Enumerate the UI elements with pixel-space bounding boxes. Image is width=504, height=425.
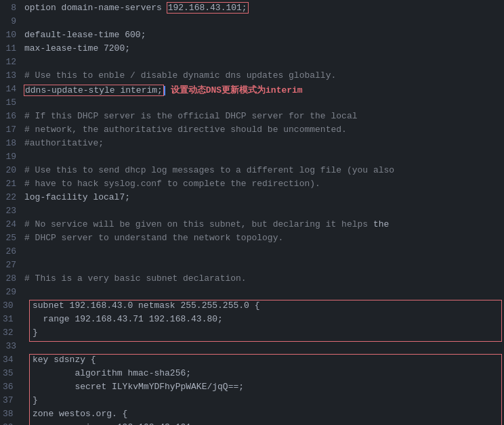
code-line-20: 20 # Use this to send dhcp log messages … xyxy=(0,165,504,179)
line-num-17: 17 xyxy=(0,125,24,135)
code-line-33: 33 xyxy=(0,341,504,355)
code-line-21: 21 # have to hack syslog.conf to complet… xyxy=(0,179,504,192)
line-content-19 xyxy=(24,152,499,162)
code-line-30: 30 subnet 192.168.43.0 netmask 255.255.2… xyxy=(30,300,501,314)
line-num-38: 38 xyxy=(3,409,19,419)
line-content-20: # Use this to send dhcp log messages to … xyxy=(24,165,499,175)
code-line-11: 11 max-lease-time 7200; xyxy=(0,43,504,57)
code-line-16: 16 # If this DHCP server is the official… xyxy=(0,111,504,125)
line-num-27: 27 xyxy=(0,260,24,270)
line-content-29 xyxy=(24,287,499,297)
code-line-32: 32 } xyxy=(30,328,501,341)
line-content-21: # have to hack syslog.conf to complete t… xyxy=(24,179,499,189)
line-content-28: # This is a very basic subnet declaratio… xyxy=(24,273,499,284)
line-content-22: log-facility local7; xyxy=(24,192,499,202)
line-num-13: 13 xyxy=(0,70,24,81)
line-content-10: default-lease-time 600; xyxy=(24,30,499,40)
code-line-18: 18 #authoritative; xyxy=(0,138,504,152)
code-line-13: 13 # Use this to enble / disable dynamic… xyxy=(0,70,504,84)
line-num-21: 21 xyxy=(0,179,24,189)
line-num-32: 32 xyxy=(3,328,19,338)
code-line-8: 8 option domain-name-servers 192.168.43.… xyxy=(0,3,504,16)
code-line-34: 34 key sdsnzy { xyxy=(30,355,501,368)
line-content-11: max-lease-time 7200; xyxy=(24,43,499,53)
line-num-20: 20 xyxy=(0,165,24,175)
line-num-9: 9 xyxy=(0,16,24,26)
code-line-25: 25 # DHCP server to understand the netwo… xyxy=(0,233,504,246)
line-num-16: 16 xyxy=(0,111,24,121)
code-line-19: 19 xyxy=(0,152,504,165)
code-line-36: 36 secret ILYkvMmYDFhyPpWAKE/jqQ==; xyxy=(30,382,501,395)
line-num-26: 26 xyxy=(0,246,24,256)
line-content-31: range 192.168.43.71 192.168.43.80; xyxy=(30,314,496,324)
code-line-39: 39 primary 192.168.43.101; xyxy=(30,422,501,425)
code-line-29: 29 xyxy=(0,287,504,300)
line-num-29: 29 xyxy=(0,287,24,297)
line-content-33 xyxy=(24,341,499,351)
line-num-19: 19 xyxy=(0,152,24,162)
line-num-25: 25 xyxy=(0,233,24,243)
line-num-33: 33 xyxy=(0,341,24,351)
line-content-26 xyxy=(24,246,499,256)
line-num-36: 36 xyxy=(3,382,19,392)
line-content-30: subnet 192.168.43.0 netmask 255.255.255.… xyxy=(30,300,496,311)
key-zone-block: 34 key sdsnzy { 35 algorithm hmac-sha256… xyxy=(30,355,501,425)
code-line-35: 35 algorithm hmac-sha256; xyxy=(30,368,501,382)
line-num-14: 14 xyxy=(0,84,24,94)
line-content-18: #authoritative; xyxy=(24,138,499,148)
line-content-13: # Use this to enble / disable dynamic dn… xyxy=(24,70,499,81)
line-num-22: 22 xyxy=(0,192,24,202)
line-num-30: 30 xyxy=(3,300,19,311)
line-num-18: 18 xyxy=(0,138,24,148)
code-editor: 8 option domain-name-servers 192.168.43.… xyxy=(0,0,504,425)
line-content-32: } xyxy=(30,328,496,338)
line-num-34: 34 xyxy=(3,355,19,365)
line-content-14: ddns-update-style interim; 设置动态DNS更新模式为i… xyxy=(24,84,499,96)
line-content-34: key sdsnzy { xyxy=(30,355,496,365)
line-content-24: # No service will be given on this subne… xyxy=(24,219,499,229)
code-line-31: 31 range 192.168.43.71 192.168.43.80; xyxy=(30,314,501,328)
code-line-17: 17 # network, the authoritative directiv… xyxy=(0,125,504,138)
line-content-37: } xyxy=(30,395,496,405)
line-num-10: 10 xyxy=(0,30,24,40)
code-line-24: 24 # No service will be given on this su… xyxy=(0,219,504,233)
line-content-23 xyxy=(24,206,499,216)
line-num-24: 24 xyxy=(0,219,24,229)
line-num-12: 12 xyxy=(0,57,24,67)
line-content-39: primary 192.168.43.101; xyxy=(30,422,496,425)
subnet-block: 30 subnet 192.168.43.0 netmask 255.255.2… xyxy=(30,300,501,341)
code-line-14: 14 ddns-update-style interim; 设置动态DNS更新模… xyxy=(0,84,504,97)
line-num-8: 8 xyxy=(0,3,24,13)
code-line-38: 38 zone westos.org. { xyxy=(30,409,501,422)
code-line-9: 9 xyxy=(0,16,504,30)
line-content-25: # DHCP server to understand the network … xyxy=(24,233,499,243)
code-line-27: 27 xyxy=(0,260,504,273)
line-num-39: 39 xyxy=(3,422,19,425)
line-num-23: 23 xyxy=(0,206,24,216)
line-content-15 xyxy=(24,97,499,108)
line-num-28: 28 xyxy=(0,273,24,284)
code-line-37: 37 } xyxy=(30,395,501,409)
line-content-38: zone westos.org. { xyxy=(30,409,496,419)
line-num-35: 35 xyxy=(3,368,19,378)
line-content-12 xyxy=(24,57,499,67)
code-line-23: 23 xyxy=(0,206,504,219)
code-line-28: 28 # This is a very basic subnet declara… xyxy=(0,273,504,287)
line-content-16: # If this DHCP server is the official DH… xyxy=(24,111,499,121)
code-line-26: 26 xyxy=(0,246,504,260)
line-num-11: 11 xyxy=(0,43,24,53)
line-content-17: # network, the authoritative directive s… xyxy=(24,125,499,135)
code-line-15: 15 xyxy=(0,97,504,111)
line-content-8: option domain-name-servers 192.168.43.10… xyxy=(24,3,499,13)
line-num-31: 31 xyxy=(3,314,19,324)
code-line-12: 12 xyxy=(0,57,504,70)
line-num-37: 37 xyxy=(3,395,19,405)
code-line-22: 22 log-facility local7; xyxy=(0,192,504,206)
line-content-35: algorithm hmac-sha256; xyxy=(30,368,496,378)
line-num-15: 15 xyxy=(0,97,24,108)
code-line-10: 10 default-lease-time 600; xyxy=(0,30,504,43)
line-content-9 xyxy=(24,16,499,26)
line-content-27 xyxy=(24,260,499,270)
line-content-36: secret ILYkvMmYDFhyPpWAKE/jqQ==; xyxy=(30,382,496,392)
